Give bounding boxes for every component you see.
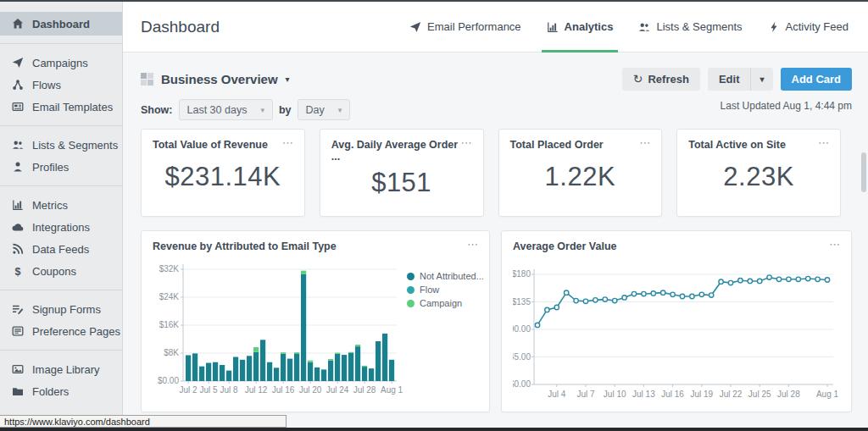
sidebar-item-label: Image Library: [32, 363, 99, 376]
metrics-icon: [547, 21, 559, 33]
people-icon: [638, 21, 650, 33]
sidebar-item-campaigns[interactable]: Campaigns: [0, 52, 122, 74]
svg-text:$8K: $8K: [164, 348, 179, 357]
svg-text:Jul 4: Jul 4: [548, 390, 566, 399]
image-icon: [12, 363, 24, 375]
refresh-label: Refresh: [648, 73, 688, 86]
tab-label: Activity Feed: [786, 20, 849, 33]
sidebar-item-label: Dashboard: [32, 18, 90, 30]
sidebar-item-label: Lists & Segments: [32, 139, 118, 152]
edit-dropdown-button[interactable]: ▾: [750, 68, 772, 91]
sidebar-item-label: Folders: [32, 385, 69, 398]
legend-item-flow: Flow: [407, 285, 484, 295]
svg-text:Jul 5: Jul 5: [200, 385, 219, 395]
svg-text:Jul 16: Jul 16: [272, 385, 295, 395]
tab-activity-feed[interactable]: Activity Feed: [768, 2, 849, 52]
send-icon: [12, 57, 24, 69]
by-label: by: [279, 104, 292, 116]
edit-button[interactable]: Edit: [708, 68, 751, 91]
tab-lists-and-segments[interactable]: Lists & Segments: [638, 2, 742, 52]
svg-text:Jul 19: Jul 19: [690, 390, 713, 399]
tab-label: Analytics: [565, 20, 614, 33]
metric-card-total-placed-order: Total Placed Order⋯1.22K: [498, 129, 663, 217]
signup-icon: [12, 303, 24, 315]
svg-text:Aug 1: Aug 1: [816, 390, 839, 399]
sidebar-item-label: Signup Forms: [32, 303, 101, 316]
svg-text:$32K: $32K: [159, 264, 180, 274]
dashboard-view-picker[interactable]: Business Overview ▾: [141, 72, 290, 86]
send-icon: [409, 21, 421, 33]
metric-card-avg-daily-average-order: Avg. Daily Average Order ...⋯$151: [320, 129, 484, 217]
sidebar-item-flows[interactable]: Flows: [0, 74, 122, 96]
sidebar-nav: DashboardCampaignsFlowsEmail TemplatesLi…: [0, 12, 122, 402]
svg-text:$0.00: $0.00: [513, 379, 531, 389]
sidebar-item-metrics[interactable]: Metrics: [0, 194, 122, 216]
tab-email-performance[interactable]: Email Performance: [409, 2, 521, 52]
sidebar-item-email-templates[interactable]: Email Templates: [0, 96, 122, 118]
svg-text:Aug 1: Aug 1: [381, 385, 403, 395]
date-range-select[interactable]: Last 30 days ▾: [179, 99, 273, 120]
svg-text:Jul 12: Jul 12: [245, 385, 268, 395]
svg-text:$0.00: $0.00: [158, 376, 179, 385]
caret-down-icon: ▾: [260, 106, 264, 114]
sidebar-item-preference-pages[interactable]: Preference Pages: [0, 320, 122, 342]
sidebar-item-dashboard[interactable]: Dashboard: [0, 12, 122, 36]
tab-analytics[interactable]: Analytics: [547, 2, 614, 52]
card-menu-button[interactable]: ⋯: [467, 240, 478, 248]
svg-text:Jul 20: Jul 20: [299, 385, 322, 395]
line-chart-svg: $0.00$45.00$90.00$135$180Jul 4Jul 7Jul 1…: [513, 252, 842, 403]
sidebar-divider: [0, 185, 122, 186]
sidebar-item-data-feeds[interactable]: Data Feeds: [0, 238, 122, 260]
add-card-button[interactable]: Add Card: [781, 68, 853, 91]
card-menu-button[interactable]: ⋯: [818, 139, 829, 146]
sidebar-item-integrations[interactable]: Integrations: [0, 216, 122, 238]
sidebar-item-folders[interactable]: Folders: [0, 380, 122, 402]
person-icon: [12, 161, 24, 173]
bar-chart-svg: $0.00$8K$16K$24K$32KJul 2Jul 5Jul 8Jul 1…: [153, 252, 407, 400]
sidebar-item-label: Metrics: [32, 199, 68, 212]
folder-icon: [12, 385, 24, 397]
sidebar-item-coupons[interactable]: $Coupons: [0, 260, 122, 282]
metrics-icon: [12, 199, 24, 211]
scrollbar-thumb[interactable]: [861, 152, 866, 192]
tab-label: Email Performance: [427, 20, 521, 33]
last-updated-text: Last Updated Aug 1, 4:44 pm: [721, 100, 852, 112]
svg-text:$45.00: $45.00: [513, 352, 531, 362]
svg-text:$90.00: $90.00: [513, 324, 531, 334]
svg-text:Jul 28: Jul 28: [777, 390, 800, 399]
card-menu-button[interactable]: ⋯: [461, 139, 472, 146]
card-menu-button[interactable]: ⋯: [829, 240, 840, 248]
svg-text:Jul 24: Jul 24: [326, 385, 349, 395]
legend-label: Flow: [420, 285, 439, 295]
template-icon: [12, 101, 24, 113]
preference-icon: [12, 325, 24, 337]
sidebar-item-label: Campaigns: [32, 57, 88, 69]
sidebar-item-label: Data Feeds: [32, 243, 89, 256]
chart-title: Revenue by Attributed to Email Type: [153, 240, 337, 252]
interval-select[interactable]: Day ▾: [298, 99, 351, 120]
date-range-value: Last 30 days: [187, 104, 248, 116]
card-menu-button[interactable]: ⋯: [282, 139, 293, 146]
card-menu-button[interactable]: ⋯: [639, 139, 650, 146]
svg-text:Jul 22: Jul 22: [720, 390, 743, 399]
sidebar-item-label: Profiles: [32, 161, 69, 174]
rss-icon: [12, 243, 24, 255]
svg-text:Jul 2: Jul 2: [180, 385, 198, 395]
svg-text:$16K: $16K: [159, 320, 180, 329]
refresh-button[interactable]: ↻ Refresh: [622, 68, 700, 91]
sidebar-item-lists-and-segments[interactable]: Lists & Segments: [0, 134, 122, 156]
sidebar-item-label: Integrations: [32, 221, 90, 234]
metric-card-title: Avg. Daily Average Order ...: [331, 139, 461, 163]
revenue-bar-chart: $0.00$8K$16K$24K$32KJul 2Jul 5Jul 8Jul 1…: [153, 252, 407, 403]
header-tabs: Email PerformanceAnalyticsLists & Segmen…: [409, 2, 849, 52]
sidebar-divider: [0, 290, 122, 290]
aov-chart-card: Average Order Value ⋯ $0.00$45.00$90.00$…: [501, 230, 852, 412]
aov-line-chart: $0.00$45.00$90.00$135$180Jul 4Jul 7Jul 1…: [513, 252, 840, 406]
sidebar-item-label: Preference Pages: [32, 325, 120, 338]
sidebar-item-image-library[interactable]: Image Library: [0, 358, 122, 380]
cloud-icon: [12, 221, 24, 233]
sidebar-item-profiles[interactable]: Profiles: [0, 156, 122, 178]
metric-card-total-value-of-revenue: Total Value of Revenue⋯$231.14K: [141, 129, 305, 217]
sidebar-item-signup-forms[interactable]: Signup Forms: [0, 298, 122, 320]
bolt-icon: [768, 21, 780, 33]
